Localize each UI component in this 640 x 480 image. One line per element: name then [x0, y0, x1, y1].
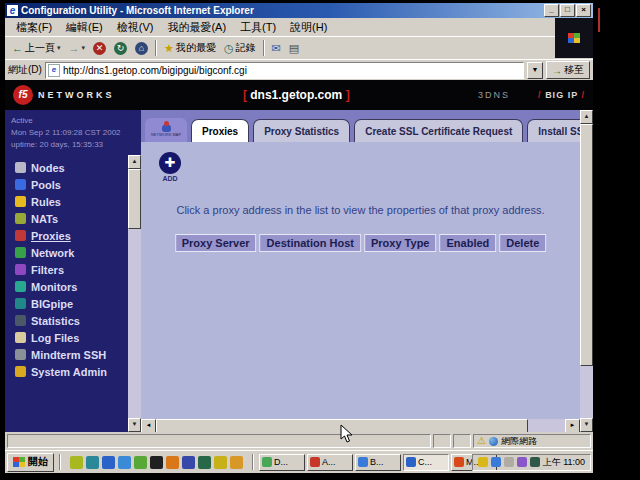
product-3dns-label: 3DNS — [478, 90, 510, 100]
sidebar-item-statistics[interactable]: Statistics — [15, 312, 128, 329]
tab-proxy-statistics[interactable]: Proxy Statistics — [253, 119, 350, 142]
add-button[interactable]: ✚ — [159, 152, 181, 174]
tray-icon[interactable] — [491, 457, 501, 467]
column-header-delete[interactable]: Delete — [499, 234, 546, 252]
maximize-button[interactable]: □ — [560, 4, 575, 17]
scroll-down-icon[interactable]: ▼ — [128, 418, 141, 432]
ie-throbber-logo — [555, 18, 593, 58]
sidebar-item-mindterm-ssh[interactable]: Mindterm SSH — [15, 346, 128, 363]
quicklaunch-icon[interactable] — [214, 456, 227, 469]
forward-dropdown-icon[interactable]: ▾ — [82, 44, 86, 52]
scroll-up-icon[interactable]: ▲ — [128, 155, 141, 169]
horizontal-scrollbar[interactable]: ◄ ► — [141, 419, 580, 432]
start-button[interactable]: 開始 — [7, 453, 54, 472]
tab-create-ssl-certificate-request[interactable]: Create SSL Certificate Request — [354, 119, 523, 142]
sidebar-item-proxies[interactable]: Proxies — [15, 227, 128, 244]
tab-proxies[interactable]: Proxies — [191, 119, 249, 142]
sidebar-item-nodes[interactable]: Nodes — [15, 159, 128, 176]
sidebar-item-rules[interactable]: Rules — [15, 193, 128, 210]
sidebar-item-filters[interactable]: Filters — [15, 261, 128, 278]
tray-icon[interactable] — [530, 457, 540, 467]
status-message-panel — [7, 434, 431, 448]
quicklaunch-icon[interactable] — [230, 456, 243, 469]
quicklaunch-icon[interactable] — [70, 456, 83, 469]
back-button[interactable]: ← 上一頁 ▾ — [8, 39, 65, 57]
taskbar-clock[interactable]: 上午 11:00 — [543, 456, 585, 469]
quicklaunch-icon[interactable] — [150, 456, 163, 469]
column-header-destination-host[interactable]: Destination Host — [260, 234, 361, 252]
back-dropdown-icon[interactable]: ▾ — [57, 44, 61, 52]
status-state: Active — [11, 115, 137, 127]
address-bar: 網址(D) e http://dns1.getop.com/bigipgui/b… — [5, 59, 593, 80]
mail-icon: ✉ — [272, 43, 281, 54]
task-button-1[interactable]: D... — [259, 454, 305, 471]
bracket-left: [ — [243, 88, 247, 102]
quicklaunch-icon[interactable] — [182, 456, 195, 469]
menu-tools[interactable]: 工具(T) — [233, 19, 283, 36]
forward-button[interactable]: → ▾ — [65, 41, 90, 56]
toolbar-separator — [263, 40, 265, 56]
close-button[interactable]: × — [576, 4, 591, 17]
refresh-button[interactable]: ↻ — [110, 40, 131, 57]
scroll-up-icon[interactable]: ▲ — [580, 110, 593, 124]
sidebar-item-nats[interactable]: NATs — [15, 210, 128, 227]
status-panel — [453, 434, 471, 448]
go-button[interactable]: → 移至 — [546, 61, 590, 79]
log-files-icon — [15, 332, 26, 343]
sidebar-item-system-admin[interactable]: System Admin — [15, 363, 128, 380]
sidebar-item-pools[interactable]: Pools — [15, 176, 128, 193]
scrollbar-track — [528, 419, 565, 432]
tab-install-ssl-certificate[interactable]: Install SSL Certifi — [527, 119, 580, 142]
windows-flag-icon — [13, 457, 25, 467]
tray-icon[interactable] — [504, 457, 514, 467]
address-dropdown-icon[interactable]: ▼ — [527, 62, 543, 79]
sidebar-item-monitors[interactable]: Monitors — [15, 278, 128, 295]
page-icon: e — [48, 64, 60, 77]
minimize-button[interactable]: _ — [544, 4, 559, 17]
stop-button[interactable]: ✕ — [89, 40, 110, 57]
menu-favorites[interactable]: 我的最愛(A) — [160, 19, 233, 36]
task-button-2[interactable]: A... — [307, 454, 353, 471]
sidebar-item-network[interactable]: Network — [15, 244, 128, 261]
print-button[interactable]: ▤ — [285, 41, 303, 56]
network-map-button[interactable]: NETWORK MAP — [145, 118, 187, 142]
sidebar-item-log-files[interactable]: Log Files — [15, 329, 128, 346]
favorites-button[interactable]: ★ 我的最愛 — [160, 39, 220, 57]
column-header-proxy-server[interactable]: Proxy Server — [175, 234, 257, 252]
go-arrow-icon: → — [552, 65, 562, 76]
quicklaunch-icon[interactable] — [134, 456, 147, 469]
quicklaunch-icon[interactable] — [118, 456, 131, 469]
address-input[interactable]: e http://dns1.getop.com/bigipgui/bigconf… — [45, 62, 524, 79]
sidebar-item-label: BIGpipe — [31, 298, 73, 310]
history-button[interactable]: ◷ 記錄 — [220, 39, 260, 57]
task-button-ie-active[interactable]: C... — [403, 454, 449, 471]
sidebar-item-label: Rules — [31, 196, 61, 208]
bracket-right: ] — [346, 88, 350, 102]
quicklaunch-icon[interactable] — [102, 456, 115, 469]
menu-view[interactable]: 檢視(V) — [110, 19, 161, 36]
scrollbar-thumb[interactable] — [580, 124, 593, 366]
tray-icon[interactable] — [478, 457, 488, 467]
scroll-down-icon[interactable]: ▼ — [580, 418, 593, 432]
taskbar-separator — [252, 454, 254, 470]
menu-edit[interactable]: 編輯(E) — [59, 19, 110, 36]
menu-help[interactable]: 說明(H) — [283, 19, 334, 36]
home-button[interactable]: ⌂ — [131, 40, 152, 57]
f5-logo: f5 — [13, 85, 33, 105]
tray-icon[interactable] — [517, 457, 527, 467]
column-header-proxy-type[interactable]: Proxy Type — [364, 234, 437, 252]
quicklaunch-icon[interactable] — [198, 456, 211, 469]
column-header-enabled[interactable]: Enabled — [439, 234, 496, 252]
menu-file[interactable]: 檔案(F) — [9, 19, 59, 36]
quicklaunch-icon[interactable] — [86, 456, 99, 469]
ie-icon — [406, 457, 416, 467]
quicklaunch-icon[interactable] — [166, 456, 179, 469]
sidebar-item-bigpipe[interactable]: BIGpipe — [15, 295, 128, 312]
app-icon — [262, 457, 272, 467]
content-scrollbar[interactable]: ▲ ▼ — [580, 110, 593, 432]
print-icon: ▤ — [289, 43, 299, 54]
scrollbar-thumb[interactable] — [128, 169, 141, 229]
task-button-3[interactable]: B... — [355, 454, 401, 471]
sidebar-scrollbar[interactable]: ▲ ▼ — [128, 155, 141, 432]
mail-button[interactable]: ✉ — [268, 41, 285, 56]
